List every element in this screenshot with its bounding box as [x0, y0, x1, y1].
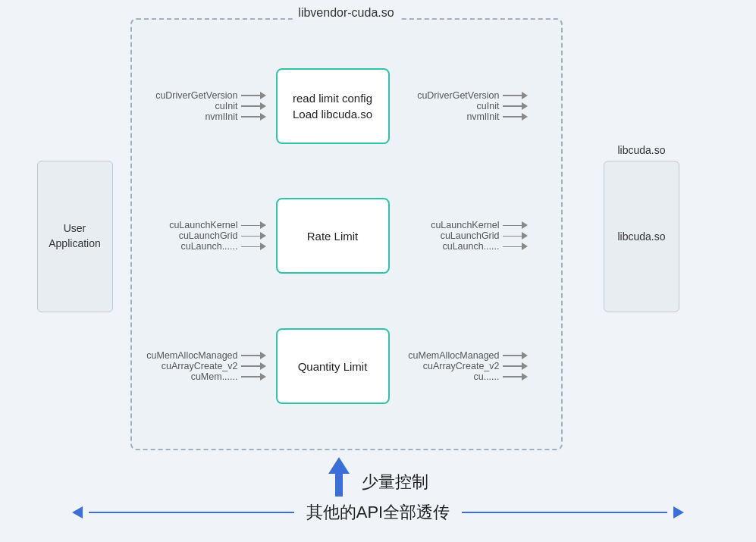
right-arrow-group2: cuLaunchKernel cuLaunchGrid: [394, 220, 545, 252]
arrow-label: nvmlInit: [394, 111, 500, 122]
up-arrow-icon: [328, 457, 350, 474]
read-limit-label: read limit configLoad libcuda.so: [293, 90, 372, 122]
bottom-annotations: 少量控制 其他的API全部透传: [18, 457, 739, 524]
arrow-label: cuInit: [394, 101, 500, 111]
user-app-box: User Application: [37, 161, 113, 312]
rate-limit-box: Rate Limit: [276, 198, 390, 274]
arrow-label: cuInit: [132, 101, 238, 111]
right-arrow-row: nvmlInit: [394, 111, 545, 122]
left-arrow-row: cuInit: [132, 101, 272, 111]
col-user-app: User Application: [18, 18, 132, 454]
libcuda-right-box: libcuda.so: [604, 161, 679, 312]
left-arrow-group1: cuDriverGetVersion cuInit: [132, 90, 272, 122]
right-arrow-row: cuMemAllocManaged: [394, 350, 545, 361]
right-arrow-row: cuLaunchKernel: [394, 220, 545, 230]
right-arrow-row: cuLaunch......: [394, 241, 545, 252]
long-arrow-line: [89, 512, 294, 513]
quantity-limit-box: Quantity Limit: [276, 328, 390, 404]
arrow-label: cuMemAllocManaged: [394, 350, 500, 361]
left-arrow-group3: cuMemAllocManaged cuArrayCreate_v2: [132, 350, 272, 382]
arrow-label: cuMemAllocManaged: [132, 350, 238, 361]
arrow-label: cuArrayCreate_v2: [132, 361, 238, 371]
user-app-label: User Application: [38, 221, 112, 251]
arrow-label: cuDriverGetVersion: [132, 90, 238, 101]
right-arrow-row: cu......: [394, 371, 545, 382]
read-limit-box: read limit configLoad libcuda.so: [276, 68, 390, 144]
right-arrow-group1: cuDriverGetVersion cuInit: [394, 90, 545, 122]
right-arrow-row: cuDriverGetVersion: [394, 90, 545, 101]
left-arrow-row: cuLaunchGrid: [132, 230, 272, 241]
columns-outer: libvendor-cuda.so User Application cuDri…: [18, 18, 739, 454]
left-arrow-group2: cuLaunchKernel cuLaunchGrid: [132, 220, 272, 252]
right-arrow-row: cuInit: [394, 101, 545, 111]
right-arrow-group3: cuMemAllocManaged cuArrayCreate_v2: [394, 350, 545, 382]
arrow-label: cuDriverGetVersion: [394, 90, 500, 101]
libcuda-right-label: libcuda.so: [617, 230, 665, 243]
arrow-label: cu......: [394, 371, 500, 382]
left-arrow-row: cuMemAllocManaged: [132, 350, 272, 361]
long-arrow-line: [462, 512, 667, 513]
long-left-arrowhead-icon: [72, 506, 83, 519]
arrow-label: cuLaunch......: [132, 241, 238, 252]
arrow-label: cuMem......: [132, 371, 238, 382]
left-arrow-row: cuDriverGetVersion: [132, 90, 272, 101]
arrow-label: nvmlInit: [132, 111, 238, 122]
main-content: libvendor-cuda.so User Application cuDri…: [18, 18, 739, 524]
libcuda-right-title: libcuda.so: [617, 144, 665, 156]
rate-limit-label: Rate Limit: [307, 228, 359, 244]
left-arrow-row: cuArrayCreate_v2: [132, 361, 272, 371]
large-note-label: 其他的API全部透传: [300, 501, 456, 524]
long-right-arrowhead-icon: [673, 506, 684, 519]
left-arrow-row: cuLaunchKernel: [132, 220, 272, 230]
arrow-label: cuArrayCreate_v2: [394, 361, 500, 371]
arrow-label: cuLaunchKernel: [394, 220, 500, 230]
quantity-limit-label: Quantity Limit: [298, 359, 368, 374]
arrow-label: cuLaunchGrid: [132, 230, 238, 241]
right-arrow-row: cuArrayCreate_v2: [394, 361, 545, 371]
right-arrow-row: cuLaunchGrid: [394, 230, 545, 241]
left-arrow-row: cuLaunch......: [132, 241, 272, 252]
arrow-label: cuLaunch......: [394, 241, 500, 252]
left-arrow-row: cuMem......: [132, 371, 272, 382]
long-arrow-row: 其他的API全部透传: [72, 501, 685, 524]
up-arrow-stem: [335, 474, 343, 497]
arrow-label: cuLaunchGrid: [394, 230, 500, 241]
arrow-label: cuLaunchKernel: [132, 220, 238, 230]
small-note-label: 少量控制: [362, 471, 428, 497]
left-arrow-row: nvmlInit: [132, 111, 272, 122]
